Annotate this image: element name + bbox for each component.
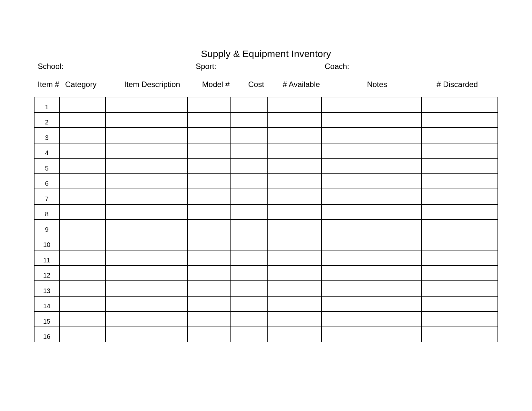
cell-item-num: 14 bbox=[34, 297, 60, 311]
cell-discarded bbox=[422, 235, 498, 250]
cell-category bbox=[60, 97, 106, 112]
cell-description bbox=[106, 220, 188, 235]
cell-model bbox=[188, 281, 231, 296]
cell-discarded bbox=[422, 220, 498, 235]
cell-category bbox=[60, 205, 106, 220]
header-category: Category bbox=[65, 80, 110, 89]
cell-model bbox=[188, 189, 231, 204]
header-item-num: Item # bbox=[38, 80, 65, 89]
cell-description bbox=[106, 312, 188, 327]
cell-available bbox=[268, 128, 322, 143]
cell-discarded bbox=[422, 250, 498, 265]
table-row: 11 bbox=[34, 250, 498, 266]
table-row: 1 bbox=[34, 97, 498, 113]
cell-notes bbox=[322, 327, 422, 342]
cell-available bbox=[268, 281, 322, 296]
cell-description bbox=[106, 281, 188, 296]
cell-discarded bbox=[422, 143, 498, 158]
cell-notes bbox=[322, 297, 422, 311]
cell-cost bbox=[231, 128, 268, 143]
cell-description bbox=[106, 113, 188, 128]
cell-cost bbox=[231, 189, 268, 204]
cell-item-num: 11 bbox=[34, 250, 60, 265]
cell-available bbox=[268, 235, 322, 250]
cell-description bbox=[106, 297, 188, 311]
cell-cost bbox=[231, 250, 268, 265]
cell-model bbox=[188, 327, 231, 342]
coach-label: Coach: bbox=[325, 62, 349, 71]
cell-category bbox=[60, 297, 106, 311]
cell-available bbox=[268, 97, 322, 112]
column-headers: Item # Category Item Description Model #… bbox=[34, 80, 498, 89]
cell-notes bbox=[322, 97, 422, 112]
cell-item-num: 9 bbox=[34, 220, 60, 235]
cell-notes bbox=[322, 281, 422, 296]
cell-model bbox=[188, 205, 231, 220]
cell-notes bbox=[322, 220, 422, 235]
cell-model bbox=[188, 297, 231, 311]
table-row: 2 bbox=[34, 113, 498, 128]
cell-cost bbox=[231, 174, 268, 189]
cell-cost bbox=[231, 97, 268, 112]
cell-notes bbox=[322, 235, 422, 250]
cell-available bbox=[268, 312, 322, 327]
cell-cost bbox=[231, 143, 268, 158]
cell-available bbox=[268, 159, 322, 173]
cell-category bbox=[60, 220, 106, 235]
table-row: 9 bbox=[34, 220, 498, 235]
cell-item-num: 1 bbox=[34, 97, 60, 112]
table-row: 4 bbox=[34, 143, 498, 159]
cell-cost bbox=[231, 281, 268, 296]
cell-item-num: 13 bbox=[34, 281, 60, 296]
table-row: 10 bbox=[34, 235, 498, 251]
cell-item-num: 6 bbox=[34, 174, 60, 189]
cell-category bbox=[60, 281, 106, 296]
cell-category bbox=[60, 113, 106, 128]
cell-discarded bbox=[422, 281, 498, 296]
table-row: 16 bbox=[34, 327, 498, 343]
cell-cost bbox=[231, 205, 268, 220]
table-row: 15 bbox=[34, 312, 498, 327]
school-field: School: bbox=[38, 62, 196, 71]
cell-category bbox=[60, 312, 106, 327]
header-model: Model # bbox=[194, 80, 238, 89]
cell-model bbox=[188, 266, 231, 281]
cell-notes bbox=[322, 159, 422, 173]
cell-item-num: 2 bbox=[34, 113, 60, 128]
cell-discarded bbox=[422, 312, 498, 327]
cell-model bbox=[188, 250, 231, 265]
cell-category bbox=[60, 235, 106, 250]
coach-field: Coach: bbox=[325, 62, 498, 71]
cell-discarded bbox=[422, 327, 498, 342]
cell-notes bbox=[322, 189, 422, 204]
cell-available bbox=[268, 189, 322, 204]
cell-notes bbox=[322, 128, 422, 143]
cell-cost bbox=[231, 297, 268, 311]
cell-available bbox=[268, 297, 322, 311]
table-row: 8 bbox=[34, 205, 498, 220]
cell-model bbox=[188, 128, 231, 143]
cell-discarded bbox=[422, 205, 498, 220]
inventory-form: Supply & Equipment Inventory School: Spo… bbox=[0, 0, 532, 411]
cell-discarded bbox=[422, 297, 498, 311]
header-available: # Available bbox=[275, 80, 328, 89]
cell-category bbox=[60, 189, 106, 204]
cell-category bbox=[60, 250, 106, 265]
sport-field: Sport: bbox=[196, 62, 325, 71]
cell-cost bbox=[231, 266, 268, 281]
cell-category bbox=[60, 159, 106, 173]
table-row: 14 bbox=[34, 297, 498, 312]
cell-description bbox=[106, 235, 188, 250]
meta-row: School: Sport: Coach: bbox=[34, 62, 498, 71]
cell-item-num: 5 bbox=[34, 159, 60, 173]
cell-category bbox=[60, 266, 106, 281]
cell-notes bbox=[322, 113, 422, 128]
cell-notes bbox=[322, 174, 422, 189]
cell-item-num: 4 bbox=[34, 143, 60, 158]
cell-discarded bbox=[422, 113, 498, 128]
cell-cost bbox=[231, 159, 268, 173]
cell-item-num: 3 bbox=[34, 128, 60, 143]
cell-category bbox=[60, 174, 106, 189]
cell-model bbox=[188, 159, 231, 173]
table-row: 13 bbox=[34, 281, 498, 297]
